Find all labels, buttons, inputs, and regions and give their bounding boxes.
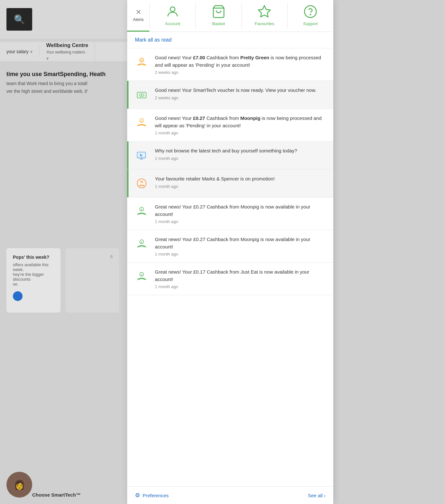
tab-favourites[interactable]: Favourites bbox=[242, 0, 288, 32]
notification-body: Good news! Your £0.27 Cashback from Moon… bbox=[155, 115, 327, 135]
support-icon bbox=[303, 5, 317, 20]
voucher-icon bbox=[134, 87, 150, 103]
close-icon: ✕ bbox=[136, 9, 141, 16]
notification-body: Good news! Your £7.00 Cashback from Pret… bbox=[155, 54, 327, 75]
notification-time: 1 month ago bbox=[155, 131, 327, 135]
notification-time: 1 month ago bbox=[155, 156, 327, 161]
dropdown-footer: ⚙ Preferences See all › bbox=[127, 486, 333, 504]
notification-text: Good news! Your SmartTech voucher is now… bbox=[155, 87, 327, 94]
notification-item[interactable]: £ Great news! Your £0.17 Cashback from J… bbox=[127, 263, 333, 295]
tab-support-label: Support bbox=[303, 21, 318, 26]
tab-favourites-label: Favourites bbox=[255, 21, 274, 26]
basket-icon bbox=[212, 5, 226, 20]
tab-basket[interactable]: Basket bbox=[196, 0, 241, 32]
notification-time: 1 month ago bbox=[155, 219, 327, 224]
notification-text: Great news! Your £0.27 Cashback from Moo… bbox=[155, 236, 327, 250]
notification-item[interactable]: Good news! Your SmartTech voucher is now… bbox=[127, 81, 333, 109]
tech-icon bbox=[134, 147, 150, 163]
notification-text: Your favourite retailer Marks & Spencer … bbox=[155, 175, 327, 183]
notification-body: Why not browse the latest tech and buy y… bbox=[155, 147, 327, 161]
notification-body: Your favourite retailer Marks & Spencer … bbox=[155, 175, 327, 189]
svg-text:£: £ bbox=[141, 241, 143, 244]
tab-support[interactable]: Support bbox=[288, 0, 333, 32]
notifications-dropdown: ✕ Alerts Account Ba bbox=[127, 0, 333, 504]
notification-text: Great news! Your £0.17 Cashback from Jus… bbox=[155, 268, 327, 283]
preferences-label: Preferences bbox=[143, 493, 169, 498]
notification-item[interactable]: Why not browse the latest tech and buy y… bbox=[127, 141, 333, 170]
see-all-label: See all bbox=[308, 493, 323, 498]
tabs-bar: ✕ Alerts Account Ba bbox=[127, 0, 333, 32]
notification-time: 1 month ago bbox=[155, 184, 327, 189]
mark-all-read-bar: Mark all as read bbox=[127, 32, 333, 48]
notification-text: Why not browse the latest tech and buy y… bbox=[155, 147, 327, 155]
notifications-list: £ Good news! Your £7.00 Cashback from Pr… bbox=[127, 48, 333, 486]
notification-item[interactable]: % Your favourite retailer Marks & Spence… bbox=[127, 170, 333, 198]
notification-item[interactable]: £ Good news! Your £7.00 Cashback from Pr… bbox=[127, 48, 333, 81]
favourites-icon bbox=[257, 5, 271, 20]
svg-point-10 bbox=[141, 94, 142, 96]
notification-text: Good news! Your £7.00 Cashback from Pret… bbox=[155, 54, 327, 69]
notification-item[interactable]: £ Great news! Your £0.27 Cashback from M… bbox=[127, 230, 333, 263]
cashback-green-icon-2: £ bbox=[134, 236, 150, 252]
bg-dim-overlay bbox=[0, 0, 127, 504]
preferences-button[interactable]: ⚙ Preferences bbox=[135, 492, 169, 499]
tab-basket-label: Basket bbox=[212, 21, 225, 26]
mark-all-read-button[interactable]: Mark all as read bbox=[135, 37, 172, 43]
notification-item[interactable]: £ Great news! Your £0.27 Cashback from M… bbox=[127, 198, 333, 230]
svg-text:£: £ bbox=[141, 208, 143, 211]
cashback-green-icon: £ bbox=[134, 203, 150, 219]
notification-item[interactable]: £ Good news! Your £0.27 Cashback from Mo… bbox=[127, 109, 333, 141]
notification-body: Great news! Your £0.27 Cashback from Moo… bbox=[155, 203, 327, 224]
notification-text: Great news! Your £0.27 Cashback from Moo… bbox=[155, 203, 327, 218]
tab-account[interactable]: Account bbox=[150, 0, 195, 32]
background-page: 🔍 your salary ∨ Wellbeing Centre Your we… bbox=[0, 0, 127, 504]
notification-body: Great news! Your £0.17 Cashback from Jus… bbox=[155, 268, 327, 289]
notification-time: 1 month ago bbox=[155, 252, 327, 257]
see-all-arrow: › bbox=[324, 493, 326, 498]
notification-time: 2 weeks ago bbox=[155, 95, 327, 100]
svg-point-0 bbox=[170, 7, 175, 12]
tab-alerts[interactable]: ✕ Alerts bbox=[127, 0, 149, 32]
svg-text:£: £ bbox=[141, 120, 143, 122]
gear-icon: ⚙ bbox=[135, 492, 140, 499]
cashback-green-icon-3: £ bbox=[134, 268, 150, 285]
see-all-button[interactable]: See all › bbox=[308, 493, 326, 498]
tab-alerts-label: Alerts bbox=[133, 17, 144, 22]
account-icon bbox=[166, 5, 180, 20]
promo-icon: % bbox=[134, 175, 150, 191]
cashback-orange-icon: £ bbox=[134, 54, 150, 70]
notification-body: Great news! Your £0.27 Cashback from Moo… bbox=[155, 236, 327, 257]
cashback-orange-icon-2: £ bbox=[134, 115, 150, 131]
notification-body: Good news! Your SmartTech voucher is now… bbox=[155, 87, 327, 100]
svg-marker-2 bbox=[259, 6, 270, 17]
notification-time: 1 month ago bbox=[155, 284, 327, 289]
svg-text:%: % bbox=[140, 180, 143, 183]
notification-text: Good news! Your £0.27 Cashback from Moon… bbox=[155, 115, 327, 129]
svg-text:£: £ bbox=[141, 273, 143, 276]
svg-text:£: £ bbox=[141, 59, 143, 62]
notification-time: 2 weeks ago bbox=[155, 70, 327, 75]
svg-point-3 bbox=[305, 6, 317, 18]
tab-account-label: Account bbox=[165, 21, 180, 26]
